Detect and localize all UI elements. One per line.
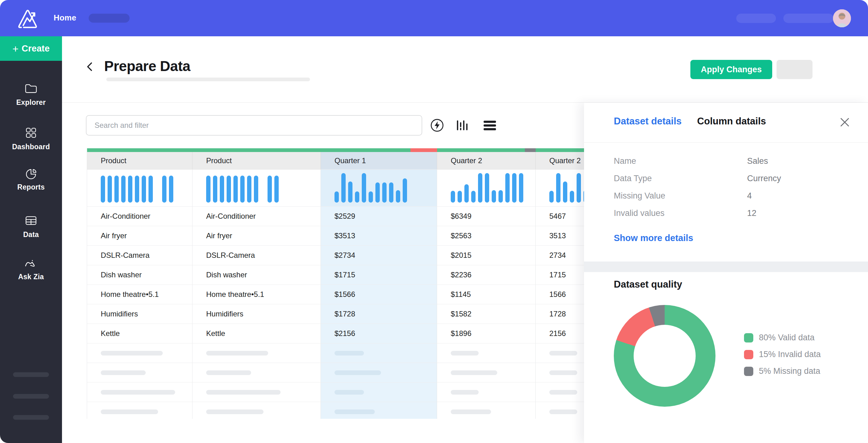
table-cell[interactable]: $2734 [321, 246, 437, 265]
field-row-missing-value: Missing Value 4 [614, 191, 781, 201]
user-avatar[interactable] [833, 9, 851, 27]
placeholder-cell [321, 363, 437, 382]
table-row: HumidifiersHumidifiers$1728$15821728 [87, 304, 584, 324]
table-cell[interactable]: 1728 [536, 304, 584, 324]
auto-suggest-icon[interactable] [430, 119, 444, 132]
quality-segment-missing [525, 148, 536, 152]
table-cell[interactable]: $1582 [437, 304, 536, 324]
table-cell[interactable]: $1145 [437, 285, 536, 304]
create-label: Create [22, 43, 50, 54]
column-histogram-cell[interactable] [87, 170, 192, 206]
search-input[interactable] [86, 115, 422, 136]
legend-label: 15% Invalid data [759, 350, 821, 359]
placeholder-pill [549, 390, 577, 394]
sidebar: + Create Explorer Dashboard [0, 36, 62, 443]
placeholder-pill [549, 351, 577, 356]
sidebar-item-dashboard[interactable]: Dashboard [0, 126, 62, 151]
table-cell[interactable]: 1715 [536, 265, 584, 285]
field-value: 12 [747, 208, 756, 218]
apply-changes-button[interactable]: Apply Changes [690, 60, 772, 79]
legend-item: 80% Valid data [744, 333, 821, 343]
sidebar-item-data[interactable]: Data [0, 213, 62, 239]
histogram-bars [206, 173, 320, 203]
placeholder-pill [451, 371, 497, 375]
table-cell[interactable]: 2156 [536, 324, 584, 343]
column-histogram-cell[interactable] [437, 170, 536, 206]
placeholder-cell [536, 363, 584, 382]
field-value: 4 [747, 191, 752, 201]
sidebar-item-explorer[interactable]: Explorer [0, 81, 62, 107]
column-histogram-cell[interactable] [192, 170, 321, 206]
table-cell[interactable]: Dish washer [87, 265, 192, 285]
tab-dataset-details[interactable]: Dataset details [614, 116, 682, 127]
column-header[interactable]: Product [87, 152, 192, 169]
field-label: Invalid values [614, 208, 747, 218]
placeholder-cell [536, 383, 584, 402]
table-cell[interactable]: Kettle [192, 324, 321, 343]
filter-sliders-icon[interactable] [455, 119, 469, 132]
table-placeholder-row [87, 383, 584, 402]
column-histogram-cell[interactable] [536, 170, 584, 206]
placeholder-cell [437, 402, 536, 419]
table-cell[interactable]: Kettle [87, 324, 192, 343]
table-cell[interactable]: $3513 [321, 226, 437, 245]
table-cell[interactable]: Humidifiers [192, 304, 321, 324]
table-cell[interactable]: $1566 [321, 285, 437, 304]
menu-icon[interactable] [484, 121, 496, 130]
table-cell[interactable]: DSLR-Camera [192, 246, 321, 265]
placeholder-cell [192, 344, 321, 363]
table-cell[interactable]: Home theatre•5.1 [192, 285, 321, 304]
table-cell[interactable]: 2734 [536, 246, 584, 265]
nav-home[interactable]: Home [54, 13, 76, 23]
analytics-logo-icon[interactable] [14, 6, 39, 30]
create-button[interactable]: + Create [0, 36, 62, 61]
sidebar-item-reports[interactable]: Reports [0, 166, 62, 191]
placeholder-pill [335, 351, 364, 356]
table-cell[interactable]: $1896 [437, 324, 536, 343]
nav-placeholder [783, 13, 834, 23]
table-cell[interactable]: $2015 [437, 246, 536, 265]
table-cell[interactable]: $6349 [437, 207, 536, 226]
title-subtext-placeholder [106, 78, 310, 81]
secondary-action-button[interactable] [777, 60, 812, 79]
column-header[interactable]: Product [192, 152, 321, 169]
sidebar-item-label: Data [23, 231, 39, 239]
column-header[interactable]: Quarter 2 [536, 152, 584, 169]
tab-column-details[interactable]: Column datails [697, 116, 766, 127]
sidebar-placeholder [13, 415, 49, 420]
table-cell[interactable]: 1566 [536, 285, 584, 304]
table-cell[interactable]: $1728 [321, 304, 437, 324]
legend-label: 5% Missing data [759, 366, 820, 376]
column-header[interactable]: Quarter 2 [437, 152, 536, 169]
placeholder-cell [87, 402, 192, 419]
placeholder-cell [437, 363, 536, 382]
placeholder-cell [321, 383, 437, 402]
table-cell[interactable]: Home theatre•5.1 [87, 285, 192, 304]
placeholder-pill [451, 351, 478, 356]
table-cell[interactable]: $2563 [437, 226, 536, 245]
show-more-details-link[interactable]: Show more details [614, 233, 693, 243]
table-cell[interactable]: Air fryer [192, 226, 321, 245]
column-histogram-cell[interactable] [321, 170, 437, 206]
placeholder-cell [87, 344, 192, 363]
table-cell[interactable]: $2156 [321, 324, 437, 343]
close-icon[interactable] [839, 116, 850, 128]
placeholder-pill [206, 390, 281, 394]
table-cell[interactable]: 3513 [536, 226, 584, 245]
table-cell[interactable]: $2236 [437, 265, 536, 285]
table-cell[interactable]: $1715 [321, 265, 437, 285]
table-cell[interactable]: DSLR-Camera [87, 246, 192, 265]
placeholder-pill [549, 410, 577, 414]
table-cell[interactable]: $2529 [321, 207, 437, 226]
sidebar-item-ask-zia[interactable]: Ask Zia [0, 258, 62, 281]
back-button[interactable] [83, 60, 97, 73]
table-cell[interactable]: Air fryer [87, 226, 192, 245]
table-cell[interactable]: 5467 [536, 207, 584, 226]
table-row: DSLR-CameraDSLR-Camera$2734$20152734 [87, 246, 584, 265]
placeholder-pill [335, 410, 375, 414]
column-header[interactable]: Quarter 1 [321, 152, 437, 169]
table-cell[interactable]: Air-Conditioner [192, 207, 321, 226]
table-cell[interactable]: Humidifiers [87, 304, 192, 324]
table-cell[interactable]: Dish washer [192, 265, 321, 285]
table-cell[interactable]: Air-Conditioner [87, 207, 192, 226]
